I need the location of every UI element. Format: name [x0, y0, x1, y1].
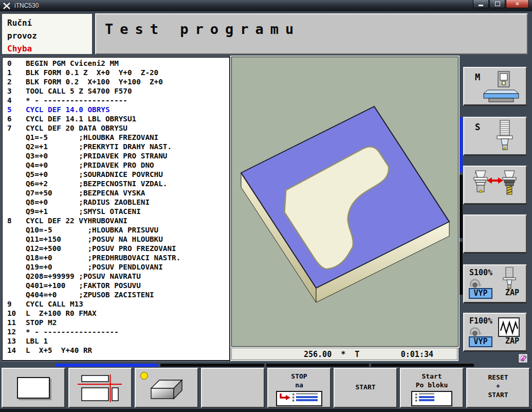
feed-override-key[interactable]: F100% VYP ZAP	[463, 313, 527, 352]
program-line[interactable]: Q18=+0 ;PREDHRUBOVACI NASTR.	[3, 254, 229, 263]
program-line[interactable]: 3TOOL CALL 5 Z S4700 F570	[3, 87, 229, 96]
simulation-status-bar: 256.00 * T 0:01:34	[231, 348, 457, 360]
program-line[interactable]: 7CYCL DEF 20 DATA OBRYSU	[3, 124, 229, 133]
sidebar-row-indicator	[460, 242, 463, 295]
feed-override-off-badge: VYP	[469, 336, 492, 347]
tool-change-icon	[467, 170, 524, 202]
program-line[interactable]: 13LBL 1	[3, 337, 229, 346]
program-line[interactable]: 6CYCL DEF 14.1 LBL OBRYSU1	[3, 115, 229, 124]
program-line[interactable]: Q9=+1 ;SMYSL OTACENI	[3, 207, 229, 217]
help-book-icon[interactable]: ?	[518, 353, 528, 363]
program-line[interactable]: Q5=+0 ;SOURADNICE POVRCHU	[3, 170, 229, 180]
three-plane-view-icon	[77, 374, 124, 403]
softkey-row-indicator-active	[56, 364, 158, 367]
program-line[interactable]: Q10=-5 ;HLOUBKA PRISUVU	[3, 226, 229, 235]
program-line[interactable]: 11STOP M2	[3, 318, 229, 328]
key-label-s: S	[475, 122, 480, 132]
machine-status-key-m[interactable]: M	[463, 67, 527, 106]
svg-text:?: ?	[523, 356, 525, 361]
program-line[interactable]: Q401=+100 ;FAKTOR POSUVU	[3, 281, 229, 291]
softkey-label: RESET	[467, 373, 529, 382]
single-block-icon	[411, 391, 452, 406]
softkey-row-indicator	[266, 364, 369, 367]
spindle-override-key[interactable]: S100% VYP ZAP	[463, 264, 527, 303]
spindle-small-icon	[501, 267, 518, 291]
spindle-icon	[486, 119, 523, 153]
program-line[interactable]: Q1=-5 ;HLOUBKA FREZOVANI	[3, 133, 229, 142]
window-bottom-frame	[0, 409, 532, 412]
softkey-row-indicator	[371, 364, 474, 367]
key-label-m: M	[475, 72, 480, 82]
program-line[interactable]: Q19=+0 ;POSUV PENDLOVANI	[3, 263, 229, 272]
softkey-row-indicator	[160, 364, 264, 367]
feed-override-label: F100%	[469, 316, 492, 326]
softkey-label: STOP	[268, 372, 330, 381]
program-line[interactable]: 1BLK FORM 0.1 Z X+0 Y+0 Z-20	[3, 68, 229, 78]
softkey-start[interactable]: START	[334, 368, 397, 408]
window-title: iTNC530	[14, 2, 39, 9]
softkey-view-plan[interactable]	[2, 368, 65, 408]
simulation-view	[231, 57, 458, 347]
softkey-label: START	[335, 369, 396, 406]
program-line[interactable]: Q6=+2 ;BEZPECNOSTNI VZDAL.	[3, 180, 229, 189]
program-line[interactable]: Q404=+0 ;ZPUSOB ZACISTENI	[3, 291, 229, 300]
program-line[interactable]: 0BEGIN PGM Cviceni2 MM	[3, 59, 229, 68]
three-d-view-icon	[147, 376, 186, 403]
spindle-override-off-badge: VYP	[469, 288, 492, 299]
softkey-view-projections[interactable]	[68, 368, 132, 408]
program-line[interactable]: 8CYCL DEF 22 VYHRUBOVANI	[3, 217, 229, 226]
spindle-status-key-s[interactable]: S	[463, 117, 527, 156]
sidebar-row-indicator-active	[460, 117, 463, 172]
operating-mode-panel: Ruční provoz Chyba	[2, 13, 93, 55]
softkey-label: +	[467, 382, 529, 390]
machining-time: 0:01:34	[401, 350, 433, 359]
program-line[interactable]: Q7=+50 ;BEZPECNA VYSKA	[3, 189, 229, 198]
program-line[interactable]: 12* - -----------------	[3, 328, 229, 337]
softkey-empty[interactable]	[201, 368, 265, 408]
program-line[interactable]: Q3=+0 ;PRIDAVEK PRO STRANU	[3, 152, 229, 161]
sidebar-row-indicator	[460, 175, 463, 238]
mode-line-1: Ruční	[7, 16, 92, 29]
program-line[interactable]: Q4=+0 ;PRIDAVEK PRO DNO	[3, 161, 229, 170]
program-line[interactable]: 10L Z+100 R0 FMAX	[3, 309, 229, 318]
softkey-start-single-block[interactable]: Start Po bloku	[400, 368, 464, 408]
softkey-label: Po bloku	[401, 381, 463, 389]
error-status: Chyba	[7, 42, 92, 55]
softkey-label: na	[268, 381, 330, 389]
machine-icon	[483, 70, 520, 103]
softkey-reset-start[interactable]: RESET + START	[466, 368, 530, 408]
feed-tool-readout: 256.00 * T	[304, 350, 359, 359]
spindle-override-label: S100%	[469, 268, 492, 277]
titlebar: iTNC530 ✕	[0, 0, 532, 11]
softkey-stop-at[interactable]: STOP na	[267, 368, 331, 408]
program-line[interactable]: Q208=+99999 ;POSUV NAVRATU	[3, 272, 229, 281]
program-listing[interactable]: 0BEGIN PGM Cviceni2 MM1BLK FORM 0.1 Z X+…	[2, 57, 230, 361]
program-line[interactable]: 9CYCL CALL M13	[3, 300, 229, 309]
workpiece-3d-graphic	[232, 57, 457, 345]
stop-at-block-icon	[276, 391, 322, 406]
mode-line-2: provoz	[7, 29, 92, 42]
page-title: Test programu	[105, 21, 527, 37]
maximize-icon	[495, 2, 500, 6]
softkey-view-3d[interactable]	[135, 368, 198, 408]
itnc530-window: iTNC530 ✕ Ruční provoz Chyba Test progra…	[0, 0, 532, 412]
sidebar-key-empty[interactable]	[463, 214, 527, 254]
close-button[interactable]: ✕	[506, 0, 529, 8]
maximize-button[interactable]	[489, 0, 505, 8]
plan-view-icon	[17, 377, 50, 399]
feed-zigzag-icon	[498, 317, 520, 337]
tool-status-key-t[interactable]: T	[463, 166, 527, 205]
program-line[interactable]: Q2=+1 ;PREKRYTI DRAHY NAST.	[3, 142, 229, 152]
program-line[interactable]: Q11=+150 ;POSUV NA HLOUBKU	[3, 235, 229, 244]
program-line[interactable]: 14L X+5 Y+40 RR	[3, 346, 229, 355]
program-line[interactable]: 2BLK FORM 0.2 X+100 Y+100 Z+0	[3, 78, 229, 87]
feed-override-on-label: ZAP	[505, 336, 519, 346]
minimize-button[interactable]	[473, 0, 489, 8]
softkey-label: START	[467, 390, 529, 399]
program-line[interactable]: 4* - -------------------	[3, 96, 229, 105]
active-view-indicator	[140, 372, 148, 380]
program-line[interactable]: Q12=+500 ;POSUV PRO FREZOVANI	[3, 244, 229, 254]
program-line[interactable]: Q8=+0 ;RADIUS ZAOBLENI	[3, 198, 229, 207]
program-line[interactable]: 5CYCL DEF 14.0 OBRYS	[3, 105, 229, 115]
app-logo-icon	[3, 3, 11, 9]
